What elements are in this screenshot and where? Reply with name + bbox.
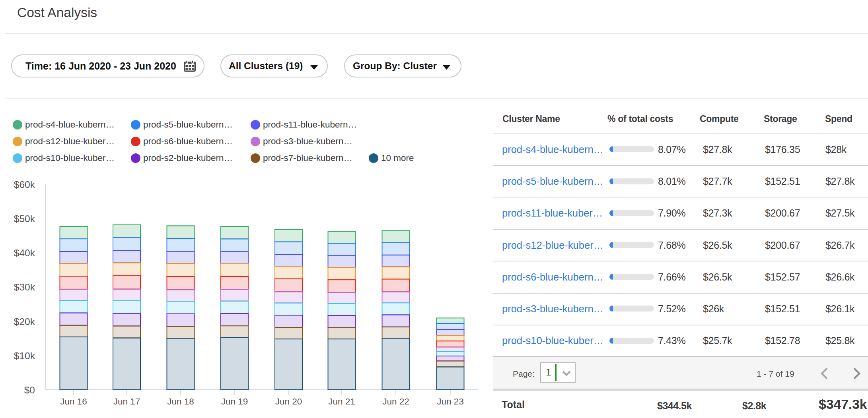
svg-text:Jun 22: Jun 22 <box>382 397 409 406</box>
svg-text:Jun 19: Jun 19 <box>221 397 248 406</box>
svg-text:$50k: $50k <box>14 213 35 224</box>
svg-text:$40k: $40k <box>14 248 35 258</box>
svg-text:Jun 23: Jun 23 <box>437 397 464 406</box>
svg-text:$0: $0 <box>24 385 35 395</box>
svg-text:Jun 21: Jun 21 <box>328 397 355 406</box>
svg-text:$60k: $60k <box>14 179 35 190</box>
svg-text:Jun 17: Jun 17 <box>113 397 140 406</box>
svg-text:$20k: $20k <box>14 316 35 327</box>
svg-text:Jun 18: Jun 18 <box>167 397 194 406</box>
svg-text:Jun 20: Jun 20 <box>275 397 302 406</box>
svg-text:$30k: $30k <box>14 282 35 292</box>
svg-text:$10k: $10k <box>14 350 35 361</box>
svg-text:Jun 16: Jun 16 <box>60 397 87 406</box>
